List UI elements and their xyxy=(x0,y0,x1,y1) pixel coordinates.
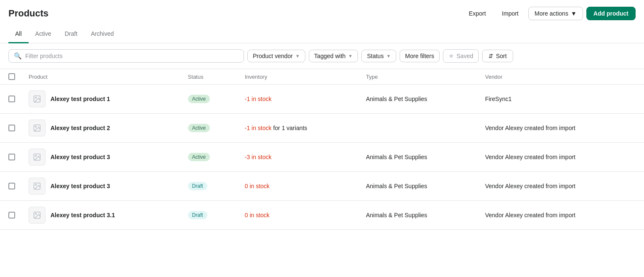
tab-draft[interactable]: Draft xyxy=(58,25,84,43)
vendor-cell: FireSync1 xyxy=(478,85,644,114)
table-row: Alexey test product 3 Active-3 in stockA… xyxy=(0,143,644,172)
vendor-cell: Vendor Alexey created from import xyxy=(478,114,644,143)
inventory-value: 0 in stock xyxy=(245,183,270,189)
table-row: Alexey test product 3 Draft0 in stockAni… xyxy=(0,172,644,201)
tagged-with-label: Tagged with xyxy=(314,53,346,59)
tagged-with-filter[interactable]: Tagged with ▼ xyxy=(309,50,358,62)
product-name[interactable]: Alexey test product 3 xyxy=(50,183,110,189)
tab-all[interactable]: All xyxy=(8,25,29,43)
type-cell: Animals & Pet Supplies xyxy=(359,85,478,114)
more-actions-button[interactable]: More actions ▼ xyxy=(528,7,583,20)
tab-active[interactable]: Active xyxy=(29,25,58,43)
products-table-wrapper: Product Status Inventory Type Vendor xyxy=(0,69,644,230)
type-cell: Animals & Pet Supplies xyxy=(359,143,478,172)
export-button[interactable]: Export xyxy=(463,7,492,20)
filters-bar: 🔍 Product vendor ▼ Tagged with ▼ Status … xyxy=(0,43,644,69)
vendor-cell: Vendor Alexey created from import xyxy=(478,201,644,230)
status-badge: Draft xyxy=(188,182,207,190)
page-title: Products xyxy=(8,8,48,19)
product-cell: Alexey test product 3 xyxy=(22,143,181,172)
status-cell: Active xyxy=(181,143,238,172)
product-vendor: Vendor Alexey created from import xyxy=(485,212,575,218)
chevron-down-icon: ▼ xyxy=(386,53,391,59)
type-cell xyxy=(359,114,478,143)
product-name[interactable]: Alexey test product 1 xyxy=(50,96,110,102)
product-vendor: FireSync1 xyxy=(485,96,511,102)
row-checkbox[interactable] xyxy=(8,154,15,160)
svg-point-5 xyxy=(35,155,37,157)
sort-button[interactable]: ⇵ Sort xyxy=(482,50,513,62)
tab-archived[interactable]: Archived xyxy=(84,25,120,43)
star-icon: ★ xyxy=(448,52,454,60)
saved-label: Saved xyxy=(456,53,473,59)
inventory-cell: 0 in stock xyxy=(238,201,359,230)
product-vendor: Vendor Alexey created from import xyxy=(485,183,575,189)
product-type: Animals & Pet Supplies xyxy=(366,96,427,102)
more-actions-label: More actions xyxy=(535,10,568,17)
product-name[interactable]: Alexey test product 2 xyxy=(50,125,110,131)
row-checkbox[interactable] xyxy=(8,96,15,102)
status-badge: Active xyxy=(188,124,210,132)
product-thumbnail xyxy=(29,207,45,224)
svg-point-7 xyxy=(35,184,37,186)
search-icon: 🔍 xyxy=(14,52,22,60)
product-name[interactable]: Alexey test product 3 xyxy=(50,154,110,160)
status-filter[interactable]: Status ▼ xyxy=(361,50,396,62)
inventory-value: -1 in stock xyxy=(245,125,272,131)
product-vendor: Vendor Alexey created from import xyxy=(485,154,575,160)
status-badge: Draft xyxy=(188,211,207,219)
product-thumbnail xyxy=(29,120,45,136)
sort-label: Sort xyxy=(496,53,507,59)
status-cell: Active xyxy=(181,114,238,143)
column-vendor: Vendor xyxy=(478,69,644,85)
status-cell: Active xyxy=(181,85,238,114)
saved-button[interactable]: ★ Saved xyxy=(443,49,479,63)
column-product: Product xyxy=(22,69,181,85)
product-cell: Alexey test product 1 xyxy=(22,85,181,114)
product-cell: Alexey test product 3 xyxy=(22,172,181,201)
product-thumbnail xyxy=(29,91,45,107)
more-filters-button[interactable]: More filters xyxy=(400,50,440,62)
product-vendor-label: Product vendor xyxy=(253,53,293,59)
inventory-cell: -3 in stock xyxy=(238,143,359,172)
chevron-down-icon: ▼ xyxy=(571,10,577,17)
more-filters-label: More filters xyxy=(405,53,434,59)
column-checkbox xyxy=(0,69,22,85)
product-type: Animals & Pet Supplies xyxy=(366,212,427,218)
status-cell: Draft xyxy=(181,172,238,201)
inventory-value: 0 in stock xyxy=(245,212,270,218)
import-button[interactable]: Import xyxy=(496,7,525,20)
product-name[interactable]: Alexey test product 3.1 xyxy=(50,212,115,218)
product-type: Animals & Pet Supplies xyxy=(366,183,427,189)
type-cell: Animals & Pet Supplies xyxy=(359,201,478,230)
svg-point-1 xyxy=(35,97,37,99)
product-vendor-filter[interactable]: Product vendor ▼ xyxy=(247,50,305,62)
product-thumbnail xyxy=(29,178,45,194)
header-actions: Export Import More actions ▼ Add product xyxy=(463,7,636,20)
status-label: Status xyxy=(367,53,384,59)
row-checkbox[interactable] xyxy=(8,183,15,189)
svg-point-9 xyxy=(35,213,37,215)
tabs-bar: All Active Draft Archived xyxy=(0,25,644,43)
table-row: Alexey test product 2 Active-1 in stock … xyxy=(0,114,644,143)
search-input[interactable] xyxy=(25,53,239,59)
status-cell: Draft xyxy=(181,201,238,230)
table-row: Alexey test product 3.1 Draft0 in stockA… xyxy=(0,201,644,230)
column-inventory: Inventory xyxy=(238,69,359,85)
select-all-checkbox[interactable] xyxy=(8,73,15,80)
inventory-cell: -1 in stock for 1 variants xyxy=(238,114,359,143)
product-cell: Alexey test product 2 xyxy=(22,114,181,143)
column-type: Type xyxy=(359,69,478,85)
vendor-cell: Vendor Alexey created from import xyxy=(478,143,644,172)
products-table: Product Status Inventory Type Vendor xyxy=(0,69,644,230)
search-wrapper: 🔍 xyxy=(8,49,244,63)
status-badge: Active xyxy=(188,153,210,161)
page-wrapper: Products Export Import More actions ▼ Ad… xyxy=(0,0,644,277)
inventory-value: -3 in stock xyxy=(245,154,272,160)
add-product-button[interactable]: Add product xyxy=(586,7,636,20)
inventory-cell: 0 in stock xyxy=(238,172,359,201)
chevron-down-icon: ▼ xyxy=(295,53,300,59)
table-row: Alexey test product 1 Active-1 in stockA… xyxy=(0,85,644,114)
row-checkbox[interactable] xyxy=(8,212,15,218)
row-checkbox[interactable] xyxy=(8,125,15,131)
